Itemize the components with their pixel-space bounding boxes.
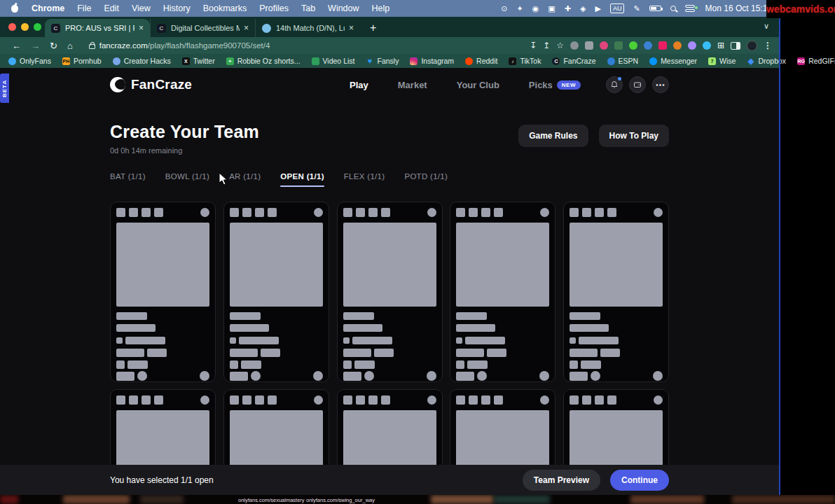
control-center-icon[interactable] [685, 5, 695, 12]
browser-tab-3[interactable]: 14th Match (D/N), Lucknow, C× [255, 19, 360, 37]
extension-icon-6[interactable] [644, 41, 652, 50]
filter-tab-bat[interactable]: BAT (1/1) [110, 172, 146, 187]
bookmark-robbie-oz-shorts-[interactable]: +Robbie Oz shorts... [226, 57, 301, 65]
tab-close-icon[interactable]: × [139, 23, 144, 33]
notifications-button[interactable] [606, 76, 623, 93]
apple-icon[interactable] [11, 5, 18, 13]
home-button[interactable]: ⌂ [67, 41, 73, 51]
beta-ribbon[interactable]: BETA [0, 74, 9, 103]
bookmark-video-list[interactable]: Video List [312, 57, 355, 65]
filter-tab-ar[interactable]: AR (1/1) [229, 172, 261, 187]
minimize-window-button[interactable] [21, 23, 29, 31]
play-icon[interactable]: ▶ [595, 5, 600, 13]
menu-chrome[interactable]: Chrome [32, 4, 64, 13]
battery-icon[interactable] [649, 6, 661, 11]
browser-tab-1[interactable]: CPRO: AUS vs SRI | FanCraze× [45, 19, 150, 37]
filter-tab-bowl[interactable]: BOWL (1/1) [165, 172, 209, 187]
menu-tab[interactable]: Tab [301, 4, 315, 13]
address-bar[interactable]: fancraze.com/play/flash/flashgame900705/… [99, 41, 270, 50]
keychain-icon[interactable]: ⊙ [501, 5, 507, 13]
bookmark-espn[interactable]: ESPN [607, 57, 639, 65]
close-window-button[interactable] [8, 23, 16, 31]
extensions-puzzle-icon[interactable]: ⊞ [717, 41, 724, 50]
skeleton-text-bar [343, 312, 374, 320]
tab-close-icon[interactable]: × [349, 23, 354, 33]
new-tab-button[interactable]: + [370, 22, 376, 34]
zoom-window-button[interactable] [34, 23, 41, 31]
bookmark-favicon: PH [62, 57, 70, 65]
forward-button[interactable]: → [31, 41, 40, 51]
bookmark-wise[interactable]: 7Wise [708, 57, 736, 65]
extension-icon-7[interactable] [658, 41, 667, 50]
profile-avatar[interactable] [747, 41, 757, 51]
game-rules-button[interactable]: Game Rules [518, 125, 588, 147]
back-button[interactable]: ← [12, 41, 21, 51]
skeleton-text-bar [374, 349, 394, 357]
extension-icon-8[interactable] [673, 41, 682, 50]
tools-icon[interactable]: ✚ [565, 5, 571, 13]
menu-bookmarks[interactable]: Bookmarks [203, 4, 247, 13]
filter-tab-open[interactable]: OPEN (1/1) [280, 172, 324, 187]
bookmark-onlyfans[interactable]: OnlyFans [8, 57, 51, 65]
player-card-skeleton[interactable] [110, 202, 216, 382]
menu-file[interactable]: File [77, 4, 91, 13]
recording-dot-icon[interactable]: ◉ [532, 5, 539, 13]
chrome-menu-icon[interactable]: ⋮ [764, 41, 772, 50]
bookmark-redgifs[interactable]: RGRedGIFs [797, 57, 835, 65]
extension-icon-5[interactable] [629, 41, 637, 50]
menu-window[interactable]: Window [328, 4, 359, 13]
filter-tab-flex[interactable]: FLEX (1/1) [344, 172, 385, 187]
bookmark-creator-hacks[interactable]: Creator Hacks [113, 57, 171, 65]
nav-picks[interactable]: PicksNEW [529, 80, 581, 90]
bookmark-fancraze[interactable]: CFanCraze [552, 57, 595, 65]
bookmark-twitter[interactable]: XTwitter [182, 57, 215, 65]
bookmark-instagram[interactable]: Instagram [410, 57, 454, 65]
dropbox-icon[interactable]: ✦ [516, 5, 523, 13]
menu-edit[interactable]: Edit [104, 4, 119, 13]
how-to-play-button[interactable]: How To Play [599, 125, 669, 147]
player-card-skeleton[interactable] [337, 202, 443, 382]
more-options-button[interactable]: ••• [652, 76, 669, 93]
bookmark-star-icon[interactable]: ☆ [556, 41, 564, 50]
bookmark-reddit[interactable]: Reddit [465, 57, 497, 65]
download-icon[interactable]: ↧ [530, 41, 537, 50]
bookmark-fansly[interactable]: ♥Fansly [366, 57, 399, 65]
extension-icon-2[interactable] [585, 41, 593, 50]
menu-history[interactable]: History [163, 4, 191, 13]
spotlight-icon[interactable] [670, 6, 676, 11]
continue-button[interactable]: Continue [610, 470, 669, 491]
extension-icon-10[interactable] [703, 41, 711, 50]
bookmark-messenger[interactable]: Messenger [649, 57, 697, 65]
reload-button[interactable]: ↻ [50, 41, 57, 51]
nav-your-club[interactable]: Your Club [457, 80, 499, 90]
shield-icon[interactable]: ◈ [580, 5, 586, 13]
tab-search-chevron-icon[interactable]: ∨ [764, 22, 769, 31]
nav-market[interactable]: Market [398, 80, 427, 90]
input-source-badge[interactable]: AU [610, 4, 625, 13]
extension-icon-3[interactable] [600, 41, 608, 50]
player-card-skeleton[interactable] [450, 202, 555, 382]
side-panel-icon[interactable] [731, 42, 740, 50]
extension-icon-4[interactable] [614, 41, 623, 50]
filter-tab-potd[interactable]: POTD (1/1) [404, 172, 448, 187]
menu-profiles[interactable]: Profiles [259, 4, 289, 13]
pen-icon[interactable]: ✎ [633, 5, 640, 13]
share-icon[interactable]: ↥ [543, 41, 550, 50]
player-card-skeleton[interactable] [563, 202, 669, 382]
photos-icon[interactable]: ▣ [548, 5, 555, 13]
nav-play[interactable]: Play [350, 80, 368, 90]
player-card-skeleton[interactable] [223, 202, 329, 382]
menu-view[interactable]: View [132, 4, 151, 13]
extension-icon-9[interactable] [688, 41, 696, 50]
extension-icon-1[interactable] [570, 41, 579, 50]
team-preview-button[interactable]: Team Preview [523, 470, 600, 491]
wallet-button[interactable] [629, 76, 646, 93]
ssl-lock-icon[interactable] [89, 44, 95, 49]
fancraze-logo[interactable]: FanCraze [110, 77, 192, 92]
tab-close-icon[interactable]: × [244, 23, 249, 33]
browser-tab-2[interactable]: CDigital Collectibles Marketpla× [150, 19, 255, 37]
bookmark-tiktok[interactable]: ♪TikTok [509, 57, 541, 65]
menu-help[interactable]: Help [372, 4, 390, 13]
skeleton-text-bar [343, 324, 382, 332]
bookmark-pornhub[interactable]: PHPornhub [62, 57, 102, 65]
